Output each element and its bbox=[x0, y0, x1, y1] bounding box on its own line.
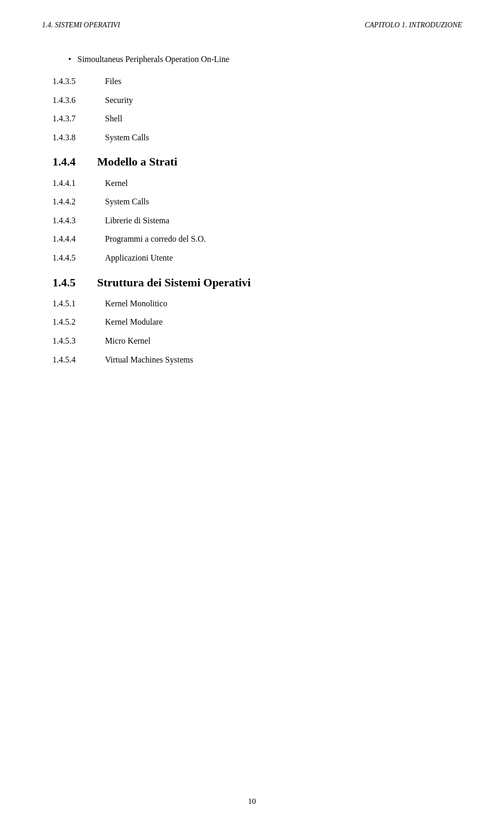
toc-label: Kernel bbox=[105, 177, 128, 190]
toc-label: Applicazioni Utente bbox=[105, 251, 173, 265]
toc-label: Files bbox=[105, 75, 121, 88]
header-right: CAPITOLO 1. INTRODUZIONE bbox=[365, 21, 462, 29]
toc-label: Security bbox=[105, 94, 133, 107]
toc-label: Modello a Strati bbox=[97, 152, 177, 171]
bullet-text: Simoultaneus Peripherals Operation On-Li… bbox=[78, 55, 229, 64]
toc-entry: 1.4.3.7Shell bbox=[52, 112, 452, 126]
toc-entry: 1.4.3.5Files bbox=[52, 75, 452, 88]
page-number: 10 bbox=[248, 797, 256, 805]
content-area: • Simoultaneus Peripherals Operation On-… bbox=[42, 55, 462, 366]
toc-number: 1.4.5 bbox=[52, 273, 97, 292]
toc-label: Micro Kernel bbox=[105, 334, 151, 348]
toc-number: 1.4.5.1 bbox=[52, 297, 105, 311]
toc-number: 1.4.3.7 bbox=[52, 112, 105, 126]
toc-entry: 1.4.5.4Virtual Machines Systems bbox=[52, 353, 452, 367]
toc-label: Programmi a corredo del S.O. bbox=[105, 232, 206, 246]
toc-number: 1.4.5.4 bbox=[52, 353, 105, 367]
page: 1.4. SISTEMI OPERATIVI CAPITOLO 1. INTRO… bbox=[0, 0, 504, 827]
header-left: 1.4. SISTEMI OPERATIVI bbox=[42, 21, 120, 29]
toc-entry: 1.4.4.5Applicazioni Utente bbox=[52, 251, 452, 265]
toc-entry: 1.4.5.2Kernel Modulare bbox=[52, 315, 452, 329]
toc-entry: 1.4.3.6Security bbox=[52, 94, 452, 107]
bullet-item: • Simoultaneus Peripherals Operation On-… bbox=[68, 55, 452, 64]
toc-number: 1.4.3.5 bbox=[52, 75, 105, 88]
toc-number: 1.4.4.2 bbox=[52, 195, 105, 209]
toc-label: Librerie di Sistema bbox=[105, 214, 170, 228]
toc-entry: 1.4.5.3Micro Kernel bbox=[52, 334, 452, 348]
toc-number: 1.4.5.2 bbox=[52, 315, 105, 329]
toc-entry: 1.4.4.2System Calls bbox=[52, 195, 452, 209]
page-header: 1.4. SISTEMI OPERATIVI CAPITOLO 1. INTRO… bbox=[42, 21, 462, 29]
toc-entry: 1.4.4Modello a Strati bbox=[52, 152, 452, 171]
toc-number: 1.4.4.1 bbox=[52, 177, 105, 190]
toc-label: Shell bbox=[105, 112, 122, 126]
toc-label: Struttura dei Sistemi Operativi bbox=[97, 273, 251, 292]
toc-label: Kernel Monolitico bbox=[105, 297, 167, 311]
toc-number: 1.4.4 bbox=[52, 152, 97, 171]
toc-container: 1.4.3.5Files1.4.3.6Security1.4.3.7Shell1… bbox=[52, 75, 452, 366]
toc-label: Kernel Modulare bbox=[105, 315, 163, 329]
toc-entry: 1.4.4.1Kernel bbox=[52, 177, 452, 190]
toc-label: System Calls bbox=[105, 195, 149, 209]
toc-entry: 1.4.4.4Programmi a corredo del S.O. bbox=[52, 232, 452, 246]
toc-number: 1.4.4.5 bbox=[52, 251, 105, 265]
toc-entry: 1.4.5.1Kernel Monolitico bbox=[52, 297, 452, 311]
toc-label: System Calls bbox=[105, 131, 149, 144]
page-footer: 10 bbox=[0, 797, 504, 806]
toc-number: 1.4.3.8 bbox=[52, 131, 105, 144]
bullet-icon: • bbox=[68, 55, 71, 64]
toc-number: 1.4.5.3 bbox=[52, 334, 105, 348]
toc-label: Virtual Machines Systems bbox=[105, 353, 193, 367]
toc-number: 1.4.4.4 bbox=[52, 232, 105, 246]
toc-number: 1.4.3.6 bbox=[52, 94, 105, 107]
toc-entry: 1.4.5Struttura dei Sistemi Operativi bbox=[52, 273, 452, 292]
toc-entry: 1.4.4.3Librerie di Sistema bbox=[52, 214, 452, 228]
toc-number: 1.4.4.3 bbox=[52, 214, 105, 228]
toc-entry: 1.4.3.8System Calls bbox=[52, 131, 452, 144]
